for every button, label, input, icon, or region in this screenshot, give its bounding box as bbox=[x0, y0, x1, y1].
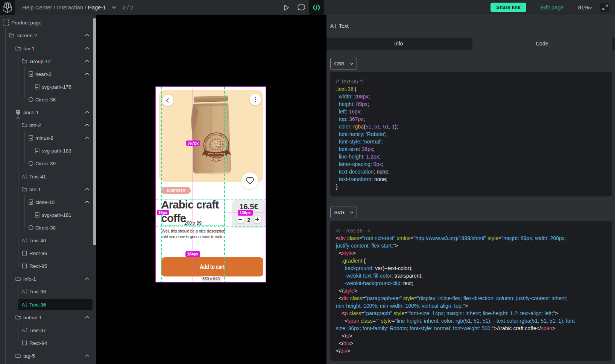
svg-text:A: A bbox=[22, 328, 25, 333]
svg-text:A: A bbox=[22, 238, 25, 243]
svg-text:A: A bbox=[330, 23, 334, 29]
svg-text:A: A bbox=[22, 289, 25, 294]
svg-text:SINCE 1932: SINCE 1932 bbox=[213, 156, 220, 158]
svg-text:A: A bbox=[22, 302, 25, 307]
svg-text:A: A bbox=[22, 174, 25, 179]
svg-text:HABI NAHUB: HABI NAHUB bbox=[208, 152, 224, 155]
